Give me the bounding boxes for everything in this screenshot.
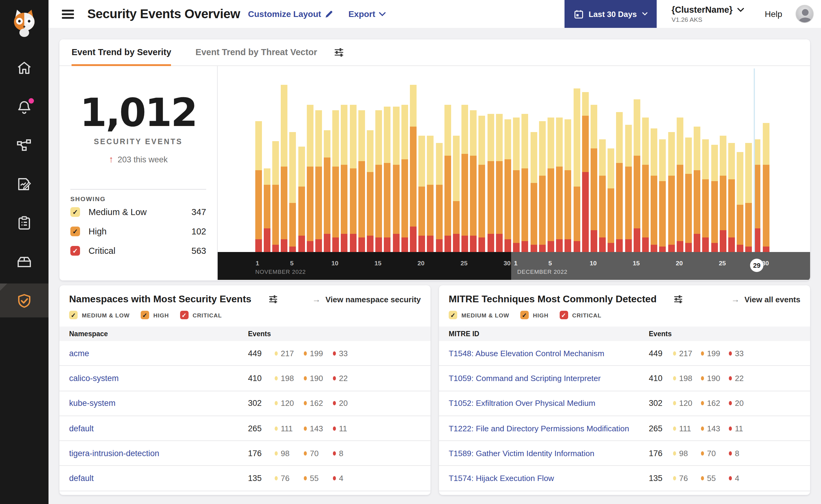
chart-bar-nov-6[interactable] (297, 147, 306, 252)
row-link[interactable]: T1052: Exfiltration Over Physical Medium (449, 399, 649, 408)
chart-bar-dec-22[interactable] (693, 127, 701, 252)
row-link[interactable]: T1222: File and Directory Permissions Mo… (449, 424, 649, 433)
filter-critical[interactable]: ✓CRITICAL (559, 311, 601, 319)
chart-bar-dec-14[interactable] (624, 125, 633, 252)
view-all-events-link[interactable]: → View all events (731, 294, 800, 304)
sidebar-item-network-graph[interactable] (0, 128, 48, 162)
row-link[interactable]: T1589: Gather Victim Identity Informatio… (449, 449, 649, 458)
severity-toggle-high[interactable]: ✓High102 (70, 222, 206, 241)
chart-bar-nov-26[interactable] (469, 110, 477, 252)
chart-bar-dec-24[interactable] (710, 145, 719, 252)
filter-critical[interactable]: ✓CRITICAL (180, 311, 222, 319)
chart-bar-dec-28[interactable] (744, 143, 753, 252)
chart-bar-dec-27[interactable] (736, 152, 744, 252)
sidebar-item-report-edit[interactable] (0, 167, 48, 201)
filter-high[interactable]: ✓HIGH (520, 311, 549, 319)
checkbox-checked-icon[interactable]: ✓ (70, 227, 80, 236)
chart-bar-nov-9[interactable] (323, 130, 331, 252)
chart-bar-dec-5[interactable] (547, 118, 555, 252)
checkbox-checked-icon[interactable]: ✓ (449, 311, 457, 319)
chart-bar-dec-9[interactable] (581, 92, 589, 252)
chart-bar-nov-27[interactable] (478, 116, 486, 252)
sidebar-item-package[interactable] (0, 245, 48, 279)
checkbox-checked-icon[interactable]: ✓ (69, 311, 78, 319)
chart-bar-dec-3[interactable] (529, 132, 538, 252)
sidebar-item-home[interactable] (0, 51, 48, 85)
checkbox-checked-icon[interactable]: ✓ (180, 311, 188, 319)
row-link[interactable]: default (69, 474, 248, 483)
chart-bar-dec-7[interactable] (564, 119, 572, 252)
date-range-button[interactable]: Last 30 Days (565, 0, 657, 28)
sidebar-item-alerts-bell[interactable] (0, 90, 48, 124)
chart-bar-nov-21[interactable] (426, 136, 435, 252)
checkbox-checked-icon[interactable]: ✓ (70, 246, 80, 256)
chart-bar-dec-8[interactable] (572, 88, 581, 252)
chart-bar-dec-15[interactable] (633, 99, 641, 252)
chart-bar-nov-4[interactable] (280, 85, 288, 252)
row-link[interactable]: default (69, 424, 248, 433)
chart-bar-nov-3[interactable] (271, 141, 280, 252)
chart-bar-nov-7[interactable] (306, 105, 314, 252)
row-link[interactable]: T1574: Hijack Execution Flow (449, 474, 649, 483)
checkbox-checked-icon[interactable]: ✓ (520, 311, 529, 319)
namespaces-settings-button[interactable] (268, 295, 278, 303)
chart-bar-nov-29[interactable] (495, 114, 503, 252)
chart-bar-dec-18[interactable] (659, 139, 667, 252)
chart-bar-nov-11[interactable] (340, 105, 349, 252)
chart-bar-dec-4[interactable] (538, 121, 546, 252)
chart-bar-dec-20[interactable] (676, 118, 684, 252)
chart-bar-nov-18[interactable] (400, 105, 409, 252)
row-link[interactable]: T1548: Abuse Elevation Control Mechanism (449, 349, 649, 358)
chart-bar-dec-25[interactable] (719, 136, 727, 252)
chart-bar-nov-22[interactable] (435, 143, 443, 252)
menu-hamburger-icon[interactable] (62, 9, 74, 18)
chart-bar-nov-17[interactable] (392, 107, 400, 252)
severity-toggle-medium-low[interactable]: ✓Medium & Low347 (70, 202, 206, 222)
chart-bar-dec-1[interactable] (512, 118, 520, 252)
tab-event-trend-by-threat-vector[interactable]: Event Trend by Threat Vector (195, 39, 317, 66)
row-link[interactable]: T1059: Command and Scripting Interpreter (449, 374, 649, 383)
chart-bar-nov-30[interactable] (503, 119, 512, 252)
chart-bar-nov-13[interactable] (357, 110, 366, 252)
chart-bar-nov-10[interactable] (331, 110, 340, 252)
chart-bar-dec-13[interactable] (615, 112, 624, 252)
chart-bar-nov-1[interactable] (254, 121, 263, 252)
chart-bar-dec-10[interactable] (590, 105, 598, 252)
mitre-settings-button[interactable] (674, 295, 683, 303)
chart-bar-dec-6[interactable] (555, 118, 563, 252)
chart-bar-dec-30[interactable] (762, 123, 770, 252)
chart-settings-button[interactable] (334, 48, 344, 57)
customize-layout-button[interactable]: Customize Layout (248, 9, 333, 19)
chart-bar-nov-20[interactable] (417, 136, 426, 252)
chart-bar-dec-26[interactable] (727, 143, 736, 252)
chart-bar-dec-2[interactable] (521, 114, 529, 252)
checkbox-checked-icon[interactable]: ✓ (559, 311, 568, 319)
row-link[interactable]: calico-system (69, 374, 248, 383)
chart-bar-nov-5[interactable] (289, 132, 297, 252)
chart-bar-dec-16[interactable] (641, 118, 650, 252)
chart-bar-nov-14[interactable] (366, 130, 374, 252)
row-link[interactable]: acme (69, 349, 248, 358)
chart-bar-dec-12[interactable] (606, 148, 615, 252)
cluster-selector[interactable]: {ClusterName} V1.26 AKS (672, 5, 744, 23)
row-link[interactable]: tigera-intrusion-detection (69, 449, 248, 458)
tab-event-trend-by-severity[interactable]: Event Trend by Severity (71, 39, 171, 66)
chart-bar-nov-12[interactable] (349, 105, 357, 252)
sidebar-item-shield-check[interactable] (0, 283, 48, 317)
chart-bar-nov-28[interactable] (486, 114, 495, 252)
view-namespace-security-link[interactable]: → View namespace security (312, 294, 421, 304)
chart-bar-nov-15[interactable] (374, 110, 383, 252)
filter-medium-low[interactable]: ✓MEDIUM & LOW (449, 311, 509, 319)
chart-bar-nov-23[interactable] (443, 105, 452, 252)
help-link[interactable]: Help (765, 9, 782, 19)
chart-bar-nov-2[interactable] (263, 168, 271, 252)
chart-bar-dec-19[interactable] (667, 132, 676, 252)
chart-bar-dec-21[interactable] (684, 138, 693, 252)
chart-bar-nov-19[interactable] (409, 85, 417, 252)
chart-bar-dec-11[interactable] (598, 139, 606, 252)
chart-bar-dec-17[interactable] (650, 128, 658, 252)
sidebar-item-clipboard[interactable] (0, 206, 48, 240)
severity-toggle-critical[interactable]: ✓Critical563 (70, 241, 206, 260)
row-link[interactable]: kube-system (69, 399, 248, 408)
export-button[interactable]: Export (348, 9, 386, 19)
